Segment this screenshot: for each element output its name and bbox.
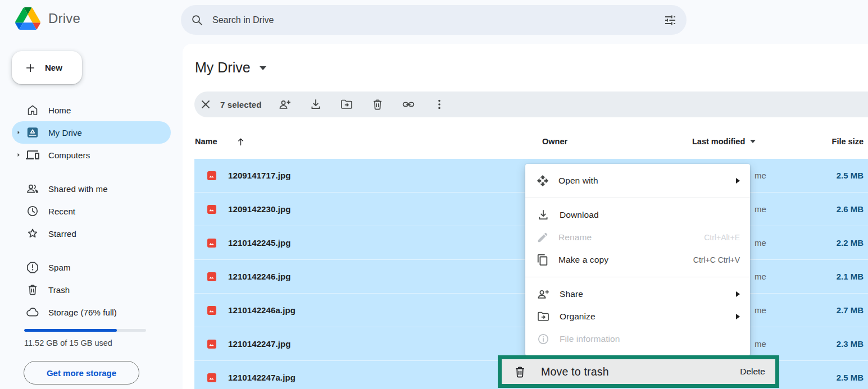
file-owner: me xyxy=(755,238,766,248)
move-to-trash-button[interactable] xyxy=(371,98,384,111)
menu-item-make-a-copy[interactable]: Make a copy Ctrl+C Ctrl+V xyxy=(525,249,750,271)
menu-item-shortcut: Ctrl+Alt+E xyxy=(704,233,740,242)
search-filters-icon[interactable] xyxy=(664,13,677,27)
file-owner: me xyxy=(755,204,766,214)
file-name: 1210142247a.jpg xyxy=(228,373,296,382)
file-owner: me xyxy=(755,272,766,281)
plus-icon xyxy=(24,62,37,74)
column-header-last-modified[interactable]: Last modified xyxy=(692,129,756,154)
drive-logo-row[interactable]: Drive xyxy=(15,7,80,30)
file-size: 2.2 MB xyxy=(837,238,864,248)
file-name: 1210142246a.jpg xyxy=(228,305,296,315)
image-file-icon xyxy=(206,338,217,350)
column-dropdown-caret-icon xyxy=(750,140,756,143)
trash-icon xyxy=(513,365,527,379)
move-to-folder-button[interactable] xyxy=(340,98,353,111)
sidebar-item-label: Home xyxy=(48,106,71,115)
app-name: Drive xyxy=(48,11,80,26)
menu-item-label: File information xyxy=(560,334,620,344)
search-icon[interactable] xyxy=(190,13,203,26)
table-header: Name Owner Last modified File size xyxy=(0,129,868,154)
file-name: 1210142245.jpg xyxy=(228,238,290,248)
google-drive-window: Drive New Home My Drive Computers xyxy=(0,0,868,389)
new-button-label: New xyxy=(45,63,62,72)
column-header-file-size[interactable]: File size xyxy=(832,129,864,154)
clear-selection-button[interactable] xyxy=(199,98,212,111)
page-title[interactable]: My Drive xyxy=(195,58,266,77)
selected-count: 7 selected xyxy=(220,100,262,109)
file-size: 2.7 MB xyxy=(837,305,864,315)
menu-item-label: Share xyxy=(560,289,583,299)
copy-link-button[interactable] xyxy=(402,98,415,111)
image-file-icon xyxy=(206,170,217,181)
menu-item-label: Organize xyxy=(560,312,596,322)
column-header-owner[interactable]: Owner xyxy=(542,129,567,154)
menu-item-rename: Rename Ctrl+Alt+E xyxy=(525,226,750,249)
open-with-icon xyxy=(537,175,549,187)
drive-logo-icon xyxy=(15,7,40,30)
home-icon xyxy=(26,103,39,117)
file-name: 1210142246.jpg xyxy=(228,272,290,281)
menu-item-shortcut: Delete xyxy=(740,367,765,377)
page-title-text: My Drive xyxy=(195,60,251,76)
image-file-icon xyxy=(206,237,217,249)
submenu-caret-icon xyxy=(736,178,740,184)
menu-item-label: Move to trash xyxy=(541,365,609,378)
column-header-name[interactable]: Name xyxy=(195,129,217,154)
download-icon xyxy=(537,208,550,222)
menu-item-share[interactable]: Share xyxy=(525,283,750,305)
organize-folder-icon xyxy=(537,310,550,323)
menu-item-move-to-trash-highlighted[interactable]: Move to trash Delete xyxy=(498,355,779,388)
submenu-caret-icon xyxy=(736,314,740,319)
sidebar-item-home[interactable]: Home xyxy=(12,99,171,121)
download-button[interactable] xyxy=(309,98,322,111)
copy-icon xyxy=(537,254,549,266)
new-button[interactable]: New xyxy=(12,51,82,84)
menu-item-open-with[interactable]: Open with xyxy=(525,170,750,192)
file-owner: me xyxy=(755,171,766,180)
menu-item-organize[interactable]: Organize xyxy=(525,305,750,328)
image-file-icon xyxy=(206,204,217,215)
image-file-icon xyxy=(206,372,217,383)
file-owner: me xyxy=(755,305,766,315)
file-size: 2.3 MB xyxy=(837,339,864,349)
search-input[interactable] xyxy=(212,15,664,25)
file-size: 2.5 MB xyxy=(837,171,864,180)
submenu-caret-icon xyxy=(736,291,740,297)
file-name: 1209141717.jpg xyxy=(228,171,290,180)
more-actions-button[interactable] xyxy=(433,98,446,111)
search-bar[interactable] xyxy=(181,5,687,35)
image-file-icon xyxy=(206,271,217,282)
share-person-add-icon xyxy=(537,287,550,301)
file-size: 2.1 MB xyxy=(837,272,864,281)
selection-toolbar: 7 selected xyxy=(194,91,868,117)
file-owner: me xyxy=(755,339,766,349)
menu-item-label: Open with xyxy=(558,176,598,186)
menu-item-label: Rename xyxy=(558,232,592,242)
menu-item-shortcut: Ctrl+C Ctrl+V xyxy=(693,255,740,264)
menu-item-label: Make a copy xyxy=(558,255,608,265)
context-menu: Open with Download Rename Ctrl+Alt+E Mak… xyxy=(525,164,750,356)
image-file-icon xyxy=(206,305,217,316)
column-header-label: Last modified xyxy=(692,137,745,146)
file-size: 2.6 MB xyxy=(837,204,864,214)
share-button[interactable] xyxy=(278,98,292,111)
sort-ascending-icon[interactable] xyxy=(235,129,246,154)
info-icon xyxy=(537,332,550,346)
menu-item-label: Download xyxy=(560,210,599,220)
file-size: 2.5 MB xyxy=(837,373,864,382)
file-name: 1209142230.jpg xyxy=(228,204,290,214)
rename-pencil-icon xyxy=(537,231,549,244)
file-name: 1210142247.jpg xyxy=(228,339,290,349)
menu-item-file-information: File information xyxy=(525,328,750,350)
menu-item-download[interactable]: Download xyxy=(525,204,750,226)
title-dropdown-caret-icon xyxy=(260,66,266,70)
